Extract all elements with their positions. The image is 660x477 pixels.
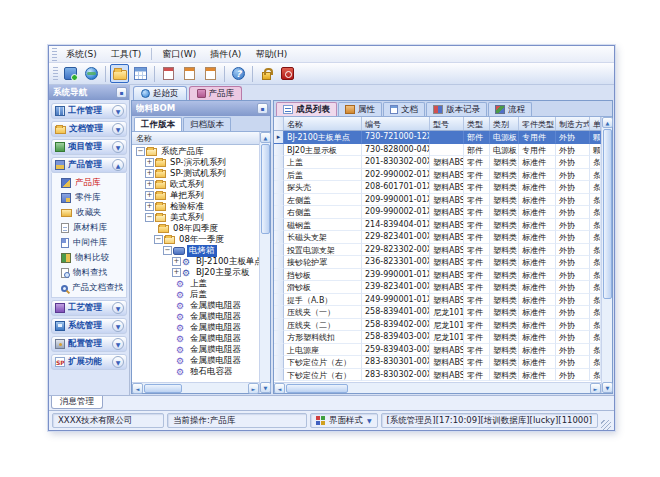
table-horizontal-scrollbar[interactable]: ◄ ► [274, 382, 601, 393]
expand-box-icon[interactable]: + [172, 268, 181, 277]
ui-style-button[interactable]: 界面样式 ▼ [310, 413, 378, 428]
table-row[interactable]: 挡钞板239-990001-01X塑料ABS零件塑料类标准件外协条 [274, 269, 601, 282]
chevron-down-icon[interactable]: ▼ [112, 320, 124, 332]
table-row[interactable]: 压线夹（一）258-839401-00X尼龙1010零件塑料类标准件外协条 [274, 306, 601, 319]
sidebar-group-6[interactable]: 配置管理▼ [51, 336, 127, 352]
tree-column-header[interactable]: 名称 [132, 132, 259, 145]
doc-tab-home-page[interactable]: 起始页 [133, 86, 187, 100]
expand-box-icon[interactable]: + [145, 191, 154, 200]
report-red-button[interactable] [159, 64, 178, 83]
tree-node[interactable]: 金属膜电阻器 [132, 311, 259, 322]
chevron-down-icon[interactable]: ▼ [112, 105, 124, 117]
collapse-box-icon[interactable]: − [136, 147, 145, 156]
scroll-right-icon[interactable]: ► [248, 383, 259, 394]
table-row[interactable]: ▸BJ-2100主板单点730-721000-12X部件电源板专用件外协颗 [274, 131, 601, 144]
scroll-left-icon[interactable]: ◄ [132, 383, 143, 394]
collapse-box-icon[interactable]: − [163, 246, 172, 255]
sidebar-item-favorites[interactable]: 收藏夹 [52, 205, 126, 220]
tree-node[interactable]: +BJ-2100主板单点 [132, 256, 259, 267]
column-header-3[interactable]: 类型 [464, 117, 490, 130]
table-row[interactable]: 提手（A.B）249-990001-01X塑料ABS零件塑料类标准件外协条 [274, 294, 601, 307]
scroll-up-icon[interactable]: ▲ [602, 117, 613, 128]
sidebar-item-compare[interactable]: 物料比较 [52, 250, 126, 265]
scroll-down-icon[interactable]: ▼ [602, 382, 613, 393]
table-row[interactable]: 压线夹（二）258-839402-00X尼龙1010零件塑料类标准件外协条 [274, 319, 601, 332]
tree-node[interactable]: 后盖 [132, 289, 259, 300]
chevron-down-icon[interactable]: ▼ [112, 302, 124, 314]
table-row[interactable]: 长磁头支架229-823401-00X塑料ABS零件塑料类标准件外协条 [274, 231, 601, 244]
tab-message-management[interactable]: 消息管理 [51, 396, 103, 409]
sidebar-group-0[interactable]: 工作管理▼ [51, 103, 127, 119]
table-row[interactable]: 磁钢盖214-839404-01X塑料ABS零件塑料类标准件外协条 [274, 219, 601, 232]
sidebar-group-2[interactable]: 项目管理▼ [51, 139, 127, 155]
report-orange-button[interactable] [180, 64, 199, 83]
chevron-down-icon[interactable]: ▼ [112, 123, 124, 135]
tree-node[interactable]: +欧式系列 [132, 179, 259, 190]
expand-box-icon[interactable]: + [145, 169, 154, 178]
table-row[interactable]: BJ20主显示板730-828000-04X部件电源板专用件外协颗 [274, 144, 601, 157]
sidebar-item-part-lib[interactable]: 零件库 [52, 190, 126, 205]
table-row[interactable]: 方形塑料线扣258-839403-00X尼龙1010零件塑料类标准件外协条 [274, 331, 601, 344]
column-header-1[interactable]: 编号 [362, 117, 430, 130]
column-header-2[interactable]: 型号 [430, 117, 464, 130]
menu-item-1[interactable]: 工具(T) [104, 46, 149, 63]
table-row[interactable]: 探头壳208-601701-01X塑料ABS零件塑料类标准件外协条 [274, 181, 601, 194]
tree-node[interactable]: +SP-演示机系列 [132, 157, 259, 168]
chevron-down-icon[interactable]: ▼ [112, 338, 124, 350]
tree-node[interactable]: 上盖 [132, 278, 259, 289]
table-row[interactable]: 接钞轮护罩236-823301-00X塑料ABS零件塑料类标准件外协条 [274, 256, 601, 269]
table-row[interactable]: 滑钞板239-823401-00X塑料ABS零件塑料类标准件外协条 [274, 281, 601, 294]
tree-node[interactable]: 金属膜电阻器 [132, 344, 259, 355]
sidebar-group-1[interactable]: 文档管理▼ [51, 121, 127, 137]
expand-box-icon[interactable]: + [145, 158, 154, 167]
collapse-box-icon[interactable]: − [154, 235, 163, 244]
help-button[interactable] [229, 64, 248, 83]
tree-node[interactable]: 金属膜电阻器 [132, 333, 259, 344]
collapse-box-icon[interactable]: − [145, 213, 154, 222]
column-header-5[interactable]: 零件类型 [519, 117, 556, 130]
sidebar-item-doc-search[interactable]: 产品文档查找 [52, 280, 126, 295]
column-header-7[interactable]: 单位 [590, 117, 601, 130]
detail-tab-flow[interactable]: 流程 [488, 102, 532, 116]
pin-button[interactable]: ▪ [257, 103, 268, 114]
table-vertical-scrollbar[interactable]: ▲ ▼ [601, 117, 612, 393]
sidebar-group-4[interactable]: 工艺管理▼ [51, 300, 127, 316]
expand-box-icon[interactable]: + [172, 257, 181, 266]
table-row[interactable]: 左侧盖209-990001-01X塑料ABS零件塑料类标准件外协条 [274, 194, 601, 207]
tree-node[interactable]: 金属膜电阻器 [132, 300, 259, 311]
scroll-up-icon[interactable]: ▲ [260, 132, 271, 143]
expand-box-icon[interactable]: + [145, 180, 154, 189]
scroll-left-icon[interactable]: ◄ [274, 383, 285, 393]
scroll-thumb[interactable] [603, 129, 612, 299]
grid-view-button[interactable] [131, 64, 150, 83]
bom-tab-1[interactable]: 归档版本 [183, 117, 231, 131]
table-row[interactable]: 右侧盖209-990002-01X塑料ABS零件塑料类标准件外协条 [274, 206, 601, 219]
tree-node[interactable]: 独石电容器 [132, 366, 259, 377]
scroll-right-icon[interactable]: ► [590, 383, 601, 393]
tree-node[interactable]: +检验标准 [132, 201, 259, 212]
lock-button[interactable] [257, 64, 276, 83]
table-row[interactable]: 后盖202-990002-01X塑料ABS零件塑料类标准件外协条 [274, 169, 601, 182]
tree-node[interactable]: −系统产品库 [132, 146, 259, 157]
scroll-thumb[interactable] [144, 384, 182, 393]
tree-node[interactable]: −美式系列 [132, 212, 259, 223]
sidebar-item-product-lib[interactable]: 产品库 [52, 175, 126, 190]
menu-item-4[interactable]: 帮助(H) [248, 46, 294, 63]
sidebar-group-5[interactable]: 系统管理▼ [51, 318, 127, 334]
sidebar-group-7[interactable]: 扩展功能▼ [51, 354, 127, 370]
tree-node[interactable]: 金属膜电阻器 [132, 355, 259, 366]
tree-horizontal-scrollbar[interactable]: ◄ ► [132, 382, 259, 393]
menu-item-2[interactable]: 窗口(W) [155, 46, 203, 63]
resize-grip[interactable] [601, 420, 611, 430]
chevron-up-icon[interactable]: ▲ [112, 159, 124, 171]
sidebar-collapse-button[interactable]: ▪ [116, 87, 127, 98]
tree-node[interactable]: +SP-测试机系列 [132, 168, 259, 179]
exit-button[interactable] [278, 64, 297, 83]
table-row[interactable]: 下钞定位片（右）283-830302-00X塑料ABS零件塑料类标准件外协条 [274, 369, 601, 382]
table-row[interactable]: 上盖201-830302-00X塑料ABS零件塑料类标准件外协条 [274, 156, 601, 169]
sidebar-item-raw-material[interactable]: 原材料库 [52, 220, 126, 235]
new-window-button[interactable] [61, 64, 80, 83]
scroll-thumb[interactable] [286, 384, 348, 393]
tree-node[interactable]: +单把系列 [132, 190, 259, 201]
table-row[interactable]: 上电源座259-839403-00X塑料ABS零件塑料类标准件外协条 [274, 344, 601, 357]
